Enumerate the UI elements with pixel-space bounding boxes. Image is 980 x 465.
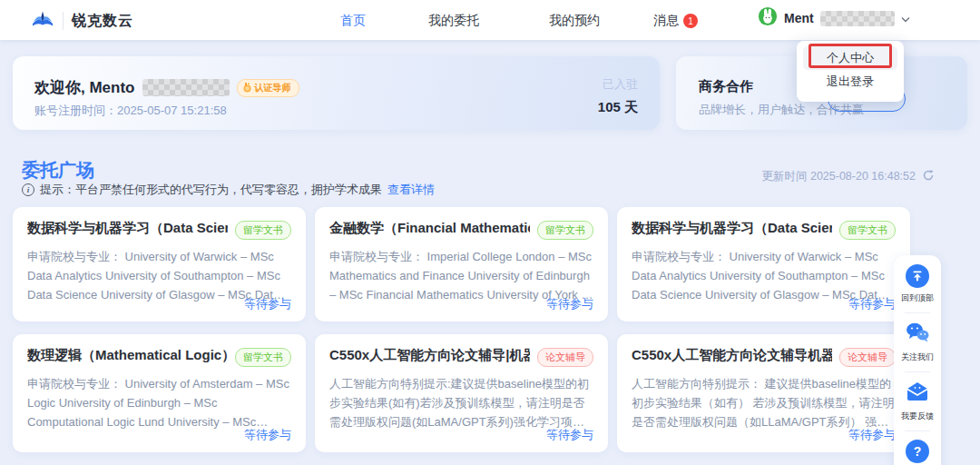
commission-card[interactable]: 数据科学与机器学习（Data Science & ... 留学文书 申请院校与专…: [617, 207, 910, 322]
wait-to-join-link[interactable]: 等待参与: [848, 427, 896, 443]
certified-mentor-badge: 认证导师: [237, 79, 299, 97]
update-time-text: 更新时间 2025-08-20 16:48:52: [761, 169, 916, 184]
wait-to-join-link[interactable]: 等待参与: [546, 296, 593, 312]
divider: [905, 371, 930, 372]
nav-item-my-commissions[interactable]: 我的委托: [428, 13, 479, 29]
feedback-button[interactable]: 我要反馈: [901, 381, 934, 422]
register-time-line: 账号注册时间：2025-05-07 15:21:58: [34, 103, 227, 119]
commission-card[interactable]: 数理逻辑（Mathematical Logic） 留学文书 申请院校与专业： U…: [13, 334, 306, 452]
user-menu[interactable]: Ment: [758, 6, 910, 30]
notice-details-link[interactable]: 查看详情: [387, 182, 435, 198]
update-time-row: 更新时间 2025-08-20 16:48:52: [761, 169, 935, 184]
business-title: 商务合作: [699, 78, 753, 95]
toolbar-label: 关注我们: [901, 351, 934, 363]
commission-card[interactable]: C550x人工智能方向论文辅导机器学习... 论文辅导 人工智能方向特别提示： …: [617, 334, 910, 452]
question-icon: ?: [906, 440, 929, 463]
dropdown-item-profile-center[interactable]: 个人中心: [803, 46, 897, 70]
medal-icon: [242, 83, 252, 93]
commission-card[interactable]: 金融数学（Financial Mathematics） 留学文书 申请院校与专业…: [315, 207, 608, 322]
brand[interactable]: 锐克数云: [31, 9, 133, 33]
greeting-name-redaction: [142, 79, 230, 96]
days-joined-label: 已入驻: [598, 76, 638, 93]
follow-us-button[interactable]: 关注我们: [901, 322, 934, 363]
chevron-down-icon: [901, 10, 910, 26]
notice-text: 提示：平台严禁任何形式的代写行为，代写零容忍，拥护学术成果: [40, 182, 382, 198]
feedback-icon: [906, 381, 929, 406]
card-tag: 论文辅导: [537, 348, 593, 367]
card-body: 人工智能方向特别提示:建议提供baseline模型的初步实验结果(如有)若涉及预…: [329, 375, 593, 431]
wechat-icon: [905, 322, 930, 347]
card-body: 申请院校与专业： University of Amsterdam – MSc L…: [27, 375, 291, 431]
card-tag: 留学文书: [235, 221, 291, 240]
top-navbar: 锐克数云 首页 我的委托 我的预约 消息 1 Ment: [0, 0, 980, 40]
info-icon: i: [22, 183, 34, 196]
messages-label: 消息: [653, 13, 679, 29]
nav-item-home[interactable]: 首页: [340, 13, 366, 29]
notice-row: i 提示：平台严禁任何形式的代写行为，代写零容忍，拥护学术成果 查看详情: [22, 182, 435, 198]
user-dropdown-menu: 个人中心 退出登录: [797, 41, 904, 102]
days-joined: 已入驻 105 天: [598, 76, 638, 116]
brand-divider: [63, 12, 64, 30]
divider: [905, 312, 930, 313]
card-title: C550x人工智能方向论文辅导|机器学习...: [329, 347, 530, 364]
dropdown-item-logout[interactable]: 退出登录: [803, 70, 897, 94]
card-tag: 留学文书: [839, 221, 896, 240]
card-title: C550x人工智能方向论文辅导机器学习...: [632, 347, 832, 364]
wait-to-join-link[interactable]: 等待参与: [546, 427, 593, 443]
card-title: 数据科学与机器学习（Data Science & ...: [27, 220, 228, 237]
commission-card[interactable]: 数据科学与机器学习（Data Science & ... 留学文书 申请院校与专…: [13, 207, 306, 322]
brand-name: 锐克数云: [72, 12, 133, 31]
avatar: [758, 6, 778, 30]
toolbar-label: 回到顶部: [901, 292, 934, 304]
card-tag: 留学文书: [537, 221, 593, 240]
nav-item-my-appointments[interactable]: 我的预约: [549, 13, 600, 29]
floating-toolbar: 回到顶部 关注我们: [894, 255, 941, 465]
faq-button[interactable]: ? 常见问题: [901, 440, 934, 465]
user-name-redaction: [820, 11, 895, 26]
commission-card[interactable]: C550x人工智能方向论文辅导|机器学习... 论文辅导 人工智能方向特别提示:…: [315, 334, 608, 452]
card-title: 数据科学与机器学习（Data Science & ...: [632, 220, 832, 237]
toolbar-label: 我要反馈: [901, 411, 934, 422]
wait-to-join-link[interactable]: 等待参与: [244, 296, 291, 312]
card-title: 数理逻辑（Mathematical Logic）: [27, 347, 228, 364]
card-tag: 留学文书: [235, 348, 291, 367]
plaza-section-title: 委托广场: [22, 158, 94, 183]
wait-to-join-link[interactable]: 等待参与: [848, 296, 896, 312]
brand-logo-icon: [31, 9, 54, 33]
back-to-top-button[interactable]: 回到顶部: [901, 264, 934, 304]
refresh-icon[interactable]: [922, 169, 935, 184]
message-count-badge: 1: [683, 14, 698, 28]
days-joined-value: 105 天: [598, 99, 638, 116]
user-name: Ment: [784, 11, 814, 25]
back-to-top-icon: [906, 264, 929, 288]
welcome-greeting: 欢迎你, Mento: [34, 77, 135, 98]
card-body: 人工智能方向特别提示： 建议提供baseline模型的初步实验结果（如有） 若涉…: [632, 375, 896, 431]
nav-item-messages[interactable]: 消息 1: [653, 13, 698, 29]
card-tag: 论文辅导: [839, 348, 896, 367]
wait-to-join-link[interactable]: 等待参与: [244, 427, 291, 443]
divider: [905, 430, 930, 431]
card-title: 金融数学（Financial Mathematics）: [329, 220, 530, 237]
app-window: 锐克数云 首页 我的委托 我的预约 消息 1 Ment: [0, 0, 980, 465]
welcome-banner: 欢迎你, Mento 认证导师 账号注册时间：2025-05-07 15:21:…: [13, 56, 660, 130]
